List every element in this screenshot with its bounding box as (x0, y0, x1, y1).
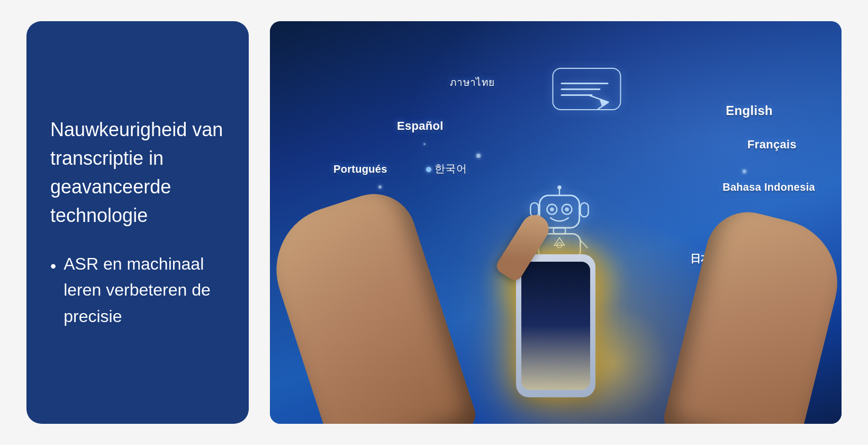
lang-label-francais: Français (747, 138, 797, 152)
left-panel: Nauwkeurigheid van transcriptie in geava… (26, 21, 249, 424)
sparkle-5 (743, 170, 746, 173)
phone-screen (521, 262, 590, 390)
bullet-text: ASR en machinaal leren verbeteren de pre… (64, 251, 225, 330)
phone-body (516, 254, 595, 397)
svg-point-3 (550, 207, 554, 211)
chat-bubble (553, 68, 621, 110)
lang-label-bahasa: Bahasa Indonesia (722, 181, 815, 193)
svg-rect-8 (581, 203, 589, 217)
slide-container: Nauwkeurigheid van transcriptie in geava… (0, 0, 868, 445)
lang-label-english: English (726, 103, 773, 118)
sparkle-1 (378, 185, 382, 189)
svg-point-4 (565, 207, 569, 211)
svg-line-13 (581, 241, 587, 248)
lang-label-thai: ภาษาไทย (450, 74, 494, 90)
lang-label-portugues: Portugués (333, 163, 387, 175)
chat-line-2 (561, 88, 601, 90)
chat-line-3 (561, 94, 593, 96)
right-panel: English ภาษาไทย Español Français Portugu… (270, 21, 842, 424)
svg-rect-9 (554, 228, 566, 234)
bullet-dot: • (50, 253, 56, 279)
sparkle-3 (476, 154, 481, 158)
chat-arrow-svg (589, 94, 610, 110)
lang-label-korean: 한국어 (426, 162, 467, 176)
svg-point-6 (557, 185, 562, 190)
chat-line-1 (561, 83, 609, 84)
bullet-list: • ASR en machinaal leren verbeteren de p… (50, 251, 225, 330)
bullet-item: • ASR en machinaal leren verbeteren de p… (50, 251, 225, 330)
lang-label-espanol: Español (397, 119, 444, 133)
main-title: Nauwkeurigheid van transcriptie in geava… (50, 115, 225, 230)
sparkle-6 (423, 143, 426, 145)
